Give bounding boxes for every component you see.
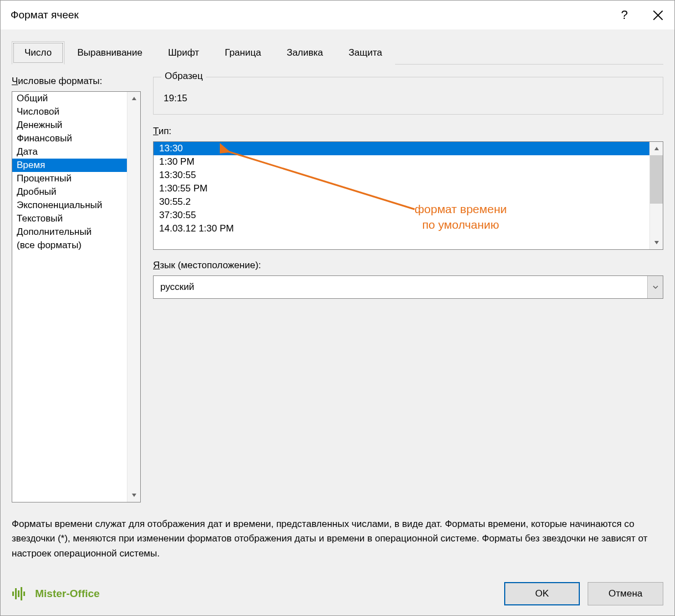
category-item[interactable]: Дополнительный: [12, 225, 127, 239]
scroll-down-button[interactable]: [127, 489, 140, 502]
tab-strip: Число Выравнивание Шрифт Граница Заливка…: [12, 41, 663, 65]
locale-dropdown-button[interactable]: [647, 276, 663, 298]
tab-font[interactable]: Шрифт: [155, 41, 212, 65]
categories-label: Числовые форматы:: [12, 76, 141, 87]
type-items: 13:30 1:30 PM 13:30:55 1:30:55 PM 30:55.…: [154, 142, 649, 249]
tab-number[interactable]: Число: [12, 41, 65, 65]
svg-marker-5: [654, 241, 659, 244]
help-button[interactable]: ?: [608, 1, 641, 29]
category-item[interactable]: Денежный: [12, 119, 127, 132]
svg-marker-3: [132, 494, 136, 497]
locale-combobox[interactable]: русский: [153, 275, 663, 299]
tab-fill[interactable]: Заливка: [274, 41, 336, 65]
category-item[interactable]: Процентный: [12, 172, 127, 185]
sample-legend: Образец: [161, 71, 206, 82]
category-item[interactable]: Дата: [12, 145, 127, 159]
type-item[interactable]: 13:30:55: [154, 169, 649, 182]
svg-marker-2: [132, 97, 136, 100]
settings-column: Образец 19:15 Тип: 13:30 1:30 PM 13:30:5…: [153, 76, 663, 502]
categories-listbox[interactable]: Общий Числовой Денежный Финансовый Дата …: [12, 91, 141, 502]
category-item[interactable]: Финансовый: [12, 132, 127, 145]
locale-value: русский: [154, 276, 647, 298]
svg-rect-10: [18, 590, 19, 597]
tab-alignment[interactable]: Выравнивание: [65, 41, 155, 65]
close-button[interactable]: [641, 1, 674, 29]
brand-text: Mister-Office: [35, 588, 100, 600]
type-listbox[interactable]: 13:30 1:30 PM 13:30:55 1:30:55 PM 30:55.…: [153, 141, 663, 250]
sample-value: 19:15: [164, 93, 653, 104]
categories-column: Числовые форматы: Общий Числовой Денежны…: [12, 76, 141, 502]
ok-button[interactable]: OK: [504, 582, 580, 605]
format-cells-dialog: Формат ячеек ? Число Выравнивание Шрифт …: [1, 1, 674, 615]
scroll-up-button[interactable]: [127, 92, 140, 105]
category-item[interactable]: Время: [12, 159, 127, 172]
content-area: Числовые форматы: Общий Числовой Денежны…: [12, 76, 663, 502]
dialog-body: Число Выравнивание Шрифт Граница Заливка…: [1, 29, 674, 615]
type-item[interactable]: 37:30:55: [154, 209, 649, 222]
svg-rect-12: [23, 592, 25, 596]
chevron-down-icon: [654, 240, 659, 245]
scroll-down-button[interactable]: [650, 236, 663, 249]
type-item[interactable]: 1:30:55 PM: [154, 182, 649, 195]
category-item[interactable]: Числовой: [12, 105, 127, 119]
type-label: Тип:: [153, 126, 663, 137]
categories-items: Общий Числовой Денежный Финансовый Дата …: [12, 92, 127, 502]
titlebar: Формат ячеек ?: [1, 1, 674, 29]
format-description: Форматы времени служат для отображения д…: [12, 517, 663, 561]
svg-rect-8: [12, 592, 14, 596]
chevron-down-icon: [131, 492, 137, 498]
scroll-track[interactable]: [650, 155, 663, 236]
svg-rect-11: [21, 587, 22, 600]
category-item[interactable]: Общий: [12, 92, 127, 105]
chevron-up-icon: [131, 96, 137, 101]
brand-logo: Mister-Office: [12, 586, 100, 602]
scroll-track[interactable]: [127, 105, 140, 489]
scroll-up-button[interactable]: [650, 142, 663, 155]
svg-marker-4: [654, 147, 659, 150]
cancel-button[interactable]: Отмена: [588, 582, 663, 605]
type-item[interactable]: 30:55.2: [154, 195, 649, 209]
category-item[interactable]: Дробный: [12, 185, 127, 199]
sample-box: Образец 19:15: [153, 77, 663, 115]
type-scrollbar[interactable]: [649, 142, 663, 249]
chevron-up-icon: [654, 146, 659, 151]
svg-rect-9: [15, 588, 17, 599]
type-item[interactable]: 14.03.12 1:30 PM: [154, 222, 649, 235]
annotation-text: формат времени по умолчанию: [415, 201, 507, 233]
chevron-down-icon: [653, 284, 658, 290]
category-item[interactable]: Текстовый: [12, 212, 127, 225]
dialog-footer: Mister-Office OK Отмена: [12, 561, 663, 605]
type-item[interactable]: 13:30: [154, 142, 649, 155]
category-item[interactable]: Экспоненциальный: [12, 199, 127, 212]
locale-label: Язык (местоположение):: [153, 260, 663, 271]
category-item[interactable]: (все форматы): [12, 239, 127, 252]
tab-protection[interactable]: Защита: [336, 41, 395, 65]
dialog-title: Формат ячеек: [11, 9, 608, 21]
type-item[interactable]: 1:30 PM: [154, 155, 649, 169]
close-icon: [653, 10, 663, 21]
scroll-thumb[interactable]: [650, 155, 663, 204]
categories-scrollbar[interactable]: [127, 92, 140, 502]
sound-bars-icon: [12, 586, 32, 602]
tab-border[interactable]: Граница: [212, 41, 274, 65]
